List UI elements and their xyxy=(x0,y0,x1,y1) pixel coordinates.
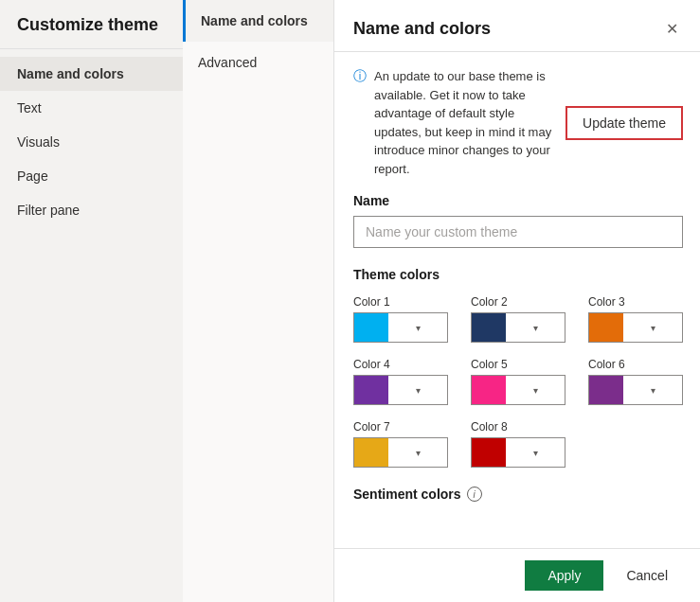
color8-label: Color 8 xyxy=(471,420,565,434)
color3-label: Color 3 xyxy=(588,295,683,309)
color6-swatch xyxy=(589,376,623,404)
color6-dropdown[interactable]: ▾ xyxy=(588,375,683,405)
sentiment-info-icon[interactable]: i xyxy=(467,487,482,502)
color3-chevron-icon: ▾ xyxy=(623,323,682,333)
color5-label: Color 5 xyxy=(471,358,565,371)
color2-chevron-icon: ▾ xyxy=(506,323,565,333)
cancel-button[interactable]: Cancel xyxy=(611,560,683,591)
close-button[interactable]: ✕ xyxy=(660,17,683,40)
color7-label: Color 7 xyxy=(353,420,448,434)
info-banner: ⓘ An update to our base theme is availab… xyxy=(353,67,683,178)
color7-dropdown[interactable]: ▾ xyxy=(353,437,448,468)
color4-label: Color 4 xyxy=(353,358,448,371)
color5-swatch xyxy=(472,376,506,404)
color2-dropdown[interactable]: ▾ xyxy=(471,312,565,343)
color4-dropdown[interactable]: ▾ xyxy=(353,375,448,405)
sidebar-nav: Name and colors Text Visuals Page Filter… xyxy=(0,49,183,235)
colors-grid: Color 1 ▾ Color 2 ▾ Color 3 ▾ xyxy=(353,295,683,468)
color6-chevron-icon: ▾ xyxy=(623,385,682,396)
apply-button[interactable]: Apply xyxy=(525,560,603,591)
color-item-1: Color 1 ▾ xyxy=(353,295,448,343)
custom-theme-name-input[interactable] xyxy=(353,216,683,248)
tab-name-and-colors[interactable]: Name and colors xyxy=(183,0,333,42)
color4-chevron-icon: ▾ xyxy=(388,385,447,396)
theme-colors-label: Theme colors xyxy=(353,267,683,282)
color6-label: Color 6 xyxy=(588,358,683,371)
info-text: An update to our base theme is available… xyxy=(374,67,558,178)
sidebar-item-text[interactable]: Text xyxy=(0,91,183,125)
color8-chevron-icon: ▾ xyxy=(506,448,565,458)
main-content: Name and colors ✕ ⓘ An update to our bas… xyxy=(334,0,700,602)
main-footer: Apply Cancel xyxy=(334,548,700,602)
color7-chevron-icon: ▾ xyxy=(388,448,447,458)
color1-label: Color 1 xyxy=(353,295,448,309)
sidebar-item-visuals[interactable]: Visuals xyxy=(0,125,183,159)
main-header-title: Name and colors xyxy=(353,19,491,39)
color-item-8: Color 8 ▾ xyxy=(471,420,565,468)
color2-label: Color 2 xyxy=(471,295,565,309)
sidebar-title: Customize theme xyxy=(0,0,183,49)
sidebar-item-page[interactable]: Page xyxy=(0,159,183,193)
color8-dropdown[interactable]: ▾ xyxy=(471,437,565,468)
color8-swatch xyxy=(472,438,506,467)
sidebar-item-name-and-colors[interactable]: Name and colors xyxy=(0,57,183,91)
color-item-4: Color 4 ▾ xyxy=(353,358,448,405)
info-icon: ⓘ xyxy=(353,68,367,85)
color-item-6: Color 6 ▾ xyxy=(588,358,683,405)
color-item-5: Color 5 ▾ xyxy=(471,358,565,405)
name-section-label: Name xyxy=(353,193,683,208)
sidebar-item-filter-pane[interactable]: Filter pane xyxy=(0,193,183,227)
sentiment-colors-label: Sentiment colors xyxy=(353,487,461,502)
update-theme-button[interactable]: Update theme xyxy=(565,106,683,140)
color2-swatch xyxy=(472,313,506,342)
color7-swatch xyxy=(354,438,388,467)
color1-chevron-icon: ▾ xyxy=(388,323,447,333)
main-header: Name and colors ✕ xyxy=(334,0,700,52)
color3-dropdown[interactable]: ▾ xyxy=(588,312,683,343)
main-body: ⓘ An update to our base theme is availab… xyxy=(334,52,700,548)
color5-dropdown[interactable]: ▾ xyxy=(471,375,565,405)
color1-swatch xyxy=(354,313,388,342)
sidebar-left: Customize theme Name and colors Text Vis… xyxy=(0,0,183,602)
color-item-3: Color 3 ▾ xyxy=(588,295,683,343)
color4-swatch xyxy=(354,376,388,404)
color3-swatch xyxy=(589,313,623,342)
sentiment-colors-row: Sentiment colors i xyxy=(353,487,683,502)
color-item-7: Color 7 ▾ xyxy=(353,420,448,468)
color5-chevron-icon: ▾ xyxy=(506,385,565,396)
color-item-2: Color 2 ▾ xyxy=(471,295,565,343)
middle-panel: Name and colors Advanced xyxy=(183,0,334,602)
tab-advanced[interactable]: Advanced xyxy=(183,42,333,83)
color1-dropdown[interactable]: ▾ xyxy=(353,312,448,343)
